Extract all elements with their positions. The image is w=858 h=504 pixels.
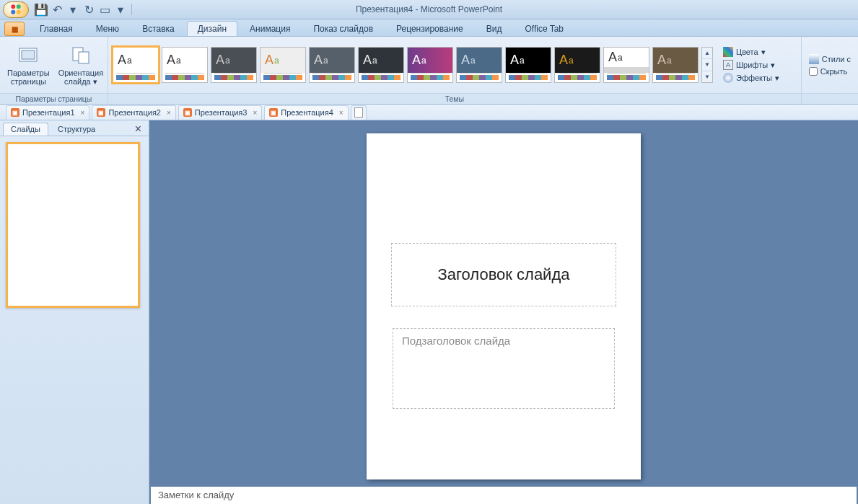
editor-area: Заголовок слайда Подзаголовок слайда Зам… — [149, 120, 858, 504]
group-background: Стили с Скрыть — [802, 37, 858, 104]
theme-thumb-9[interactable]: Aa — [505, 47, 551, 83]
svg-rect-5 — [22, 50, 35, 59]
theme-color-strip — [607, 75, 646, 80]
save-icon[interactable]: 💾 — [35, 3, 48, 16]
theme-thumb-3[interactable]: Aa — [211, 47, 257, 83]
panel-close-icon[interactable]: × — [131, 123, 146, 136]
themes-scroll-up[interactable]: ▲ — [702, 48, 712, 59]
theme-thumb-11[interactable]: Aa — [603, 47, 649, 83]
theme-preview: Aa — [261, 48, 305, 73]
theme-color-strip — [362, 75, 400, 80]
theme-thumb-5[interactable]: Aa — [309, 47, 355, 83]
qat-dropdown-icon[interactable]: ▾ — [66, 3, 79, 16]
slide-thumbnail-1[interactable] — [6, 142, 140, 308]
close-icon[interactable]: × — [81, 109, 85, 117]
notes-pane[interactable]: Заметки к слайду — [151, 484, 857, 504]
svg-point-0 — [11, 4, 15, 9]
tab-review[interactable]: Рецензирование — [385, 21, 474, 36]
app-menu-icon[interactable]: ▦ — [4, 22, 25, 36]
background-styles-button[interactable]: Стили с — [806, 53, 854, 65]
themes-more-icon[interactable]: ▼ — [702, 71, 712, 82]
slide-stage[interactable]: Заголовок слайда Подзаголовок слайда — [149, 120, 858, 484]
panel-tabs: Слайды Структура × — [0, 120, 149, 136]
thumbnail-list[interactable] — [0, 136, 149, 504]
panel-tab-slides[interactable]: Слайды — [3, 123, 48, 136]
title-bar: 💾 ↶ ▾ ↻ ▭ ▾ Презентация4 - Microsoft Pow… — [0, 0, 858, 19]
theme-color-strip — [263, 75, 302, 80]
page-setup-icon — [17, 44, 40, 67]
tab-view[interactable]: Вид — [476, 21, 513, 36]
window-title: Презентация4 - Microsoft PowerPoint — [356, 4, 502, 14]
theme-preview: Aa — [653, 48, 698, 73]
effects-icon — [723, 73, 733, 83]
undo-icon[interactable]: ↶ — [51, 3, 64, 16]
theme-preview: Aa — [359, 48, 403, 73]
tab-slideshow[interactable]: Показ слайдов — [302, 21, 384, 36]
theme-preview: Aa — [113, 48, 158, 73]
theme-preview: Aa — [457, 48, 502, 73]
slide-canvas[interactable]: Заголовок слайда Подзаголовок слайда — [367, 133, 641, 479]
group-label-page: Параметры страницы — [0, 93, 108, 104]
redo-icon[interactable]: ↻ — [82, 3, 95, 16]
panel-tab-outline[interactable]: Структура — [50, 123, 103, 136]
themes-scroll-down[interactable]: ▼ — [702, 59, 712, 71]
chevron-down-icon: ▾ — [771, 61, 775, 70]
theme-preview: Aa — [162, 48, 207, 73]
theme-color-strip — [656, 75, 695, 80]
orientation-button[interactable]: Ориентация слайда ▾ — [56, 43, 106, 87]
theme-color-strip — [165, 75, 204, 80]
theme-preview: Aa — [555, 48, 600, 73]
title-placeholder-text: Заголовок слайда — [438, 265, 570, 284]
styles-icon — [809, 54, 819, 64]
close-icon[interactable]: × — [253, 109, 257, 117]
doc-tab-3[interactable]: ▣Презентация3× — [178, 105, 262, 120]
close-icon[interactable]: × — [339, 109, 343, 117]
tab-officetab[interactable]: Office Tab — [514, 21, 574, 36]
qat-customize-icon[interactable]: ▾ — [114, 3, 127, 16]
themes-gallery: AaAaAaAaAaAaAaAaAaAaAaAa — [113, 47, 699, 83]
close-icon[interactable]: × — [167, 109, 171, 117]
tab-home[interactable]: Главная — [29, 21, 84, 36]
ribbon-tabs: ▦ Главная Меню Вставка Дизайн Анимация П… — [0, 19, 858, 37]
doc-tab-4[interactable]: ▣Презентация4× — [264, 105, 348, 120]
chevron-down-icon: ▾ — [775, 74, 779, 83]
slides-panel: Слайды Структура × — [0, 120, 149, 504]
svg-rect-7 — [79, 52, 89, 63]
page-setup-label: Параметры страницы — [7, 68, 50, 86]
hide-graphics-checkbox[interactable]: Скрыть — [806, 66, 854, 76]
colors-button[interactable]: Цвета ▾ — [720, 46, 782, 58]
doc-tab-1[interactable]: ▣Презентация1× — [6, 105, 89, 120]
tab-insert[interactable]: Вставка — [131, 21, 185, 36]
presentation-icon: ▣ — [183, 108, 192, 117]
fonts-button[interactable]: AШрифты ▾ — [720, 59, 782, 71]
orientation-label: Ориентация слайда ▾ — [58, 68, 103, 86]
main-area: Слайды Структура × Заголовок слайда Подз… — [0, 120, 858, 504]
colors-icon — [723, 47, 733, 57]
theme-preview: Aa — [506, 48, 551, 73]
theme-preview: Aa — [408, 48, 452, 73]
tab-animation[interactable]: Анимация — [239, 21, 301, 36]
theme-thumb-1[interactable]: Aa — [113, 47, 159, 83]
tab-design[interactable]: Дизайн — [187, 21, 237, 36]
new-doc-icon[interactable]: ▭ — [98, 3, 111, 16]
theme-thumb-10[interactable]: Aa — [554, 47, 600, 83]
page-setup-button[interactable]: Параметры страницы — [4, 43, 53, 87]
presentation-icon: ▣ — [269, 108, 278, 117]
theme-thumb-8[interactable]: Aa — [456, 47, 502, 83]
new-tab-button[interactable] — [351, 105, 367, 120]
effects-button[interactable]: Эффекты ▾ — [720, 72, 782, 84]
svg-point-1 — [17, 4, 21, 9]
title-placeholder[interactable]: Заголовок слайда — [391, 243, 616, 306]
quick-access-toolbar: 💾 ↶ ▾ ↻ ▭ ▾ — [35, 3, 133, 16]
theme-thumb-7[interactable]: Aa — [407, 47, 453, 83]
office-button[interactable] — [3, 1, 29, 18]
theme-thumb-6[interactable]: Aa — [358, 47, 404, 83]
theme-thumb-12[interactable]: Aa — [652, 47, 699, 83]
tab-menu[interactable]: Меню — [85, 21, 130, 36]
theme-color-strip — [116, 75, 155, 80]
subtitle-placeholder[interactable]: Подзаголовок слайда — [393, 328, 615, 409]
theme-thumb-2[interactable]: Aa — [162, 47, 208, 83]
doc-tab-2[interactable]: ▣Презентация2× — [92, 105, 175, 120]
orientation-icon — [69, 44, 92, 67]
theme-thumb-4[interactable]: Aa — [260, 47, 306, 83]
